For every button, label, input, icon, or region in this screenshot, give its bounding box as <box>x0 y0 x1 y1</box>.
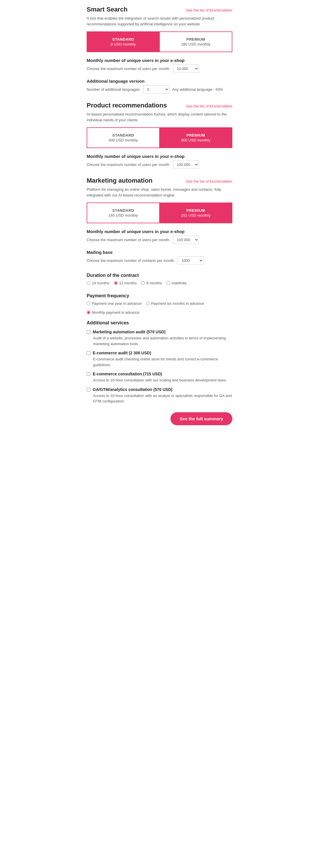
marketing-auto-standard-price: 165 USD monthly <box>90 213 156 217</box>
mailing-field-label: Choose the maximum number of contacts pe… <box>87 258 175 263</box>
payment-option-monthly[interactable]: Monthly payment in advance <box>87 310 139 315</box>
smart-search-standard-price: 0 USD monthly <box>90 42 156 46</box>
smart-search-lang-field-label: Number of additional languages: <box>87 87 140 92</box>
smart-search-plan-premium[interactable]: PREMIUM 180 USD monthly <box>160 32 232 52</box>
marketing-auto-plan-row: STANDARD 165 USD monthly PREMIUM 251 USD… <box>87 203 232 223</box>
smart-search-plan-row: STANDARD 0 USD monthly PREMIUM 180 USD m… <box>87 31 232 52</box>
service-label-audit-ma[interactable]: Marketing automation audit (570 USD) <box>87 330 232 334</box>
marketing-auto-premium-name: PREMIUM <box>163 208 229 213</box>
smart-search-title: Smart Search <box>87 6 128 13</box>
contract-radio-12m[interactable] <box>114 281 118 285</box>
product-recs-section: Product recommendations See the list of … <box>87 102 232 169</box>
payment-option-6m[interactable]: Payment six months in advance <box>146 301 204 306</box>
smart-search-users-label: Monthly number of unique users in your e… <box>87 58 232 63</box>
service-checkbox-audit-ma[interactable] <box>87 330 90 334</box>
smart-search-header: Smart Search See the list of functionali… <box>87 6 232 13</box>
product-recs-users-field-label: Choose the maximum number of users per m… <box>87 162 170 167</box>
marketing-auto-standard-name: STANDARD <box>90 208 156 213</box>
see-full-summary-button[interactable]: See the full summary <box>170 412 232 425</box>
mailing-label: Mailing base <box>87 250 232 255</box>
product-recs-users-label: Monthly number of unique users in your e… <box>87 154 232 159</box>
payment-label-1y: Payment one year in advance <box>92 301 141 306</box>
payment-option-1y[interactable]: Payment one year in advance <box>87 301 141 306</box>
smart-search-premium-price: 180 USD monthly <box>163 42 229 46</box>
smart-search-lang-select[interactable]: 0 1 2 3 <box>143 85 169 94</box>
contract-label-12m: 12 months <box>119 281 137 285</box>
contract-label-indef: indefinite <box>171 281 187 285</box>
payment-radio-1y[interactable] <box>87 302 90 305</box>
service-name-consult-ec: E-commerce consultation (715 USD) <box>93 372 162 376</box>
service-checkbox-consult-ga[interactable] <box>87 388 90 392</box>
marketing-auto-desc: Platform for managing an online shop, sa… <box>87 187 232 198</box>
smart-search-lang-row: Number of additional languages: 0 1 2 3 … <box>87 85 232 94</box>
contract-label-6m: 6 months <box>146 281 161 285</box>
smart-search-standard-name: STANDARD <box>90 37 156 41</box>
product-recs-users-select[interactable]: 10 000 25 000 50 000 100 000 <box>173 160 199 169</box>
marketing-auto-title: Marketing automation <box>87 177 153 184</box>
contract-section: Duration of the contract 24 months 12 mo… <box>87 273 232 285</box>
marketing-auto-header: Marketing automation See the list of fun… <box>87 177 232 184</box>
smart-search-premium-name: PREMIUM <box>163 37 229 41</box>
payment-section: Payment frequency Payment one year in ad… <box>87 293 232 315</box>
contract-radio-24m[interactable] <box>87 281 90 285</box>
product-recs-premium-price: 800 USD monthly <box>163 138 229 142</box>
product-recs-title: Product recommendations <box>87 102 167 109</box>
payment-label-monthly: Monthly payment in advance <box>92 310 139 315</box>
service-desc-audit-ma: Audit of a website, processes and automa… <box>93 335 232 347</box>
service-checkbox-consult-ec[interactable] <box>87 372 90 376</box>
contract-option-6m[interactable]: 6 months <box>141 281 161 285</box>
marketing-auto-users-select[interactable]: 10 000 25 000 50 000 100 000 <box>173 236 199 244</box>
product-recs-standard-name: STANDARD <box>90 133 156 137</box>
service-label-consult-ec[interactable]: E-commerce consultation (715 USD) <box>87 372 232 376</box>
contract-option-12m[interactable]: 12 months <box>114 281 137 285</box>
contract-radio-group: 24 months 12 months 6 months indefinite <box>87 281 232 285</box>
smart-search-users-select[interactable]: 10 000 25 000 50 000 100 000 <box>173 65 199 73</box>
marketing-auto-premium-price: 251 USD monthly <box>163 213 229 217</box>
marketing-auto-users-field-label: Choose the maximum number of users per m… <box>87 238 170 242</box>
contract-title: Duration of the contract <box>87 273 232 278</box>
contract-option-24m[interactable]: 24 months <box>87 281 109 285</box>
product-recs-plan-standard[interactable]: STANDARD 400 USD monthly <box>87 128 159 148</box>
smart-search-users-row: Choose the maximum number of users per m… <box>87 65 232 73</box>
marketing-auto-users-label: Monthly number of unique users in your e… <box>87 229 232 234</box>
service-label-audit-ec[interactable]: E-commerce audit (2 300 USD) <box>87 350 232 355</box>
marketing-auto-link[interactable]: See the list of functionalities <box>186 179 232 184</box>
service-item-consult-ec: E-commerce consultation (715 USD) Access… <box>87 372 232 383</box>
product-recs-premium-name: PREMIUM <box>163 133 229 137</box>
service-item-consult-ga: GA/GTM/analytics consultation (570 USD) … <box>87 387 232 404</box>
service-desc-consult-ga: Access to 10-hour consultation with an a… <box>93 393 232 404</box>
payment-radio-group: Payment one year in advance Payment six … <box>87 301 232 315</box>
payment-label-6m: Payment six months in advance <box>151 301 204 306</box>
contract-radio-indef[interactable] <box>166 281 170 285</box>
contract-label-24m: 24 months <box>92 281 109 285</box>
smart-search-desc: A tool that enables the integration of s… <box>87 16 232 27</box>
payment-title: Payment frequency <box>87 293 232 299</box>
service-label-consult-ga[interactable]: GA/GTM/analytics consultation (570 USD) <box>87 387 232 392</box>
product-recs-desc: AI-based personalised recommendation fra… <box>87 112 232 123</box>
marketing-auto-plan-standard[interactable]: STANDARD 165 USD monthly <box>87 203 159 223</box>
service-checkbox-audit-ec[interactable] <box>87 351 90 355</box>
product-recs-header: Product recommendations See the list of … <box>87 102 232 109</box>
marketing-auto-section: Marketing automation See the list of fun… <box>87 177 232 265</box>
smart-search-lang-label: Additional language version <box>87 79 232 84</box>
smart-search-users-field-label: Choose the maximum number of users per m… <box>87 66 170 71</box>
mailing-select[interactable]: 1000 5000 10000 25000 <box>178 256 203 265</box>
service-name-audit-ma: Marketing automation audit (570 USD) <box>93 330 165 334</box>
service-desc-consult-ec: Access to 10-hour consultation with our … <box>93 377 232 383</box>
contract-radio-6m[interactable] <box>141 281 145 285</box>
payment-radio-monthly[interactable] <box>87 311 90 314</box>
smart-search-section: Smart Search See the list of functionali… <box>87 6 232 94</box>
smart-search-link[interactable]: See the list of functionalities <box>186 8 232 12</box>
marketing-auto-plan-premium[interactable]: PREMIUM 251 USD monthly <box>160 203 232 223</box>
product-recs-users-row: Choose the maximum number of users per m… <box>87 160 232 169</box>
product-recs-plan-premium[interactable]: PREMIUM 800 USD monthly <box>160 128 232 148</box>
service-name-consult-ga: GA/GTM/analytics consultation (570 USD) <box>93 387 172 392</box>
contract-option-indef[interactable]: indefinite <box>166 281 187 285</box>
service-item-audit-ec: E-commerce audit (2 300 USD) E-commerce … <box>87 350 232 368</box>
product-recs-link[interactable]: See the list of functionalities <box>186 104 232 108</box>
smart-search-plan-standard[interactable]: STANDARD 0 USD monthly <box>87 32 159 52</box>
additional-services-section: Additional services Marketing automation… <box>87 320 232 404</box>
mailing-row: Choose the maximum number of contacts pe… <box>87 256 232 265</box>
payment-radio-6m[interactable] <box>146 302 150 305</box>
marketing-auto-users-row: Choose the maximum number of users per m… <box>87 236 232 244</box>
